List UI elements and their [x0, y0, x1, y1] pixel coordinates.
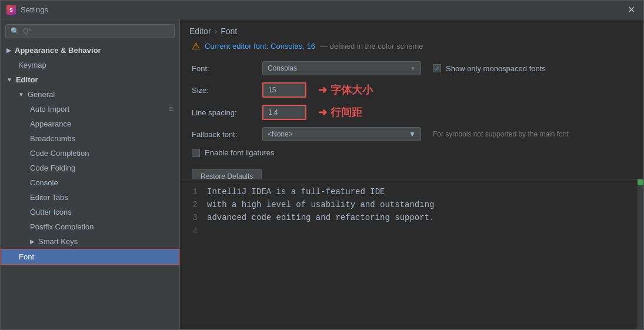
search-box[interactable]: 🔍 [5, 24, 175, 38]
linespacing-input[interactable] [262, 105, 306, 120]
sidebar-item-label: Smart Keys [38, 237, 78, 246]
code-text: IntelliJ IDEA is a full-featured IDE [207, 187, 385, 196]
line-number: 3 [186, 211, 198, 224]
warning-icon: ⚠ [192, 41, 200, 52]
arrow-right-icon: ➜ [318, 106, 327, 119]
titlebar: S Settings ✕ [1, 1, 643, 19]
size-annotation: ➜ 字体大小 [318, 83, 373, 97]
main-content: 🔍 ▶ Appearance & Behavior Keymap ▼ Edito… [1, 19, 643, 329]
breadcrumb-separator: › [215, 26, 218, 36]
sidebar-item-label: Editor Tabs [30, 193, 68, 202]
window-title: Settings [21, 5, 625, 14]
sidebar-item-keymap[interactable]: Keymap [1, 58, 179, 72]
code-text: with a high level of usability and outst… [207, 200, 434, 209]
preview-line-1: 1IntelliJ IDEA is a full-featured IDE [186, 185, 643, 198]
linespacing-annotation-text: 行间距 [331, 105, 362, 119]
fallback-hint: For symbols not supported by the main fo… [433, 130, 569, 138]
sidebar-item-label: Postfix Completion [30, 222, 94, 231]
line-number: 1 [186, 185, 198, 198]
warning-muted: — defined in the color scheme [320, 42, 423, 51]
size-row: Size: ➜ 字体大小 [192, 82, 632, 98]
fallback-label: Fallback font: [192, 130, 256, 139]
expand-icon: ▼ [18, 91, 24, 98]
sidebar-item-smart-keys[interactable]: ▶ Smart Keys [1, 234, 179, 249]
ligatures-checkbox[interactable] [192, 149, 200, 157]
expand-icon: ▼ [6, 76, 12, 83]
sidebar: 🔍 ▶ Appearance & Behavior Keymap ▼ Edito… [1, 19, 180, 329]
sidebar-item-appearance-behavior[interactable]: ▶ Appearance & Behavior [1, 43, 179, 58]
linespacing-row: Line spacing: ➜ 行间距 [192, 105, 632, 120]
close-button[interactable]: ✕ [625, 4, 638, 16]
font-label: Font: [192, 64, 256, 73]
monospaced-checkbox-row: ✓ Show only monospaced fonts [433, 64, 546, 73]
fallback-row: Fallback font: <None> ▼ For symbols not … [192, 127, 632, 141]
line-number: 4 [186, 225, 198, 238]
settings-window: S Settings ✕ 🔍 ▶ Appearance & Behavior K… [0, 0, 644, 330]
sidebar-item-label: Font [19, 252, 34, 261]
expand-icon: ▶ [30, 238, 35, 245]
breadcrumb-parent: Editor [189, 26, 211, 36]
sidebar-item-label: Code Completion [30, 149, 89, 158]
warning-banner: ⚠ Current editor font: Consolas, 16 — de… [192, 41, 632, 52]
sidebar-item-appearance[interactable]: Appearance [1, 116, 179, 131]
font-dropdown[interactable]: Consolas ▼ [262, 61, 421, 75]
fallback-dropdown-value: <None> [268, 130, 293, 138]
breadcrumb-current: Font [221, 26, 237, 36]
ligatures-label: Enable font ligatures [205, 148, 275, 157]
ligatures-row: Enable font ligatures [192, 148, 632, 157]
sidebar-item-label: General [28, 90, 55, 99]
app-icon-letter: S [9, 7, 13, 13]
settings-panel: ⚠ Current editor font: Consolas, 16 — de… [180, 41, 643, 179]
sidebar-item-label: Appearance [30, 119, 71, 128]
search-icon: 🔍 [11, 27, 19, 35]
dropdown-arrow-icon: ▼ [410, 65, 416, 72]
expand-icon: ▶ [6, 47, 11, 54]
size-label: Size: [192, 86, 256, 95]
fallback-dropdown[interactable]: <None> ▼ [262, 127, 421, 141]
sidebar-item-label: Breadcrumbs [30, 134, 75, 143]
sidebar-item-editor-tabs[interactable]: Editor Tabs [1, 190, 179, 205]
sidebar-item-gutter-icons[interactable]: Gutter Icons [1, 205, 179, 219]
sidebar-item-label: Keymap [18, 61, 46, 69]
line-number: 2 [186, 198, 198, 211]
sidebar-item-label: Auto Import [30, 105, 69, 114]
sidebar-item-label: Editor [16, 75, 38, 84]
search-input[interactable] [23, 27, 169, 35]
monospaced-label: Show only monospaced fonts [446, 64, 546, 73]
preview-lines: 1IntelliJ IDEA is a full-featured IDE 2w… [180, 185, 643, 238]
linespacing-label: Line spacing: [192, 108, 256, 117]
sidebar-item-label: Console [30, 178, 58, 187]
sidebar-item-auto-import[interactable]: Auto Import ⧉ [1, 102, 179, 116]
sidebar-item-font[interactable]: Font [1, 249, 179, 265]
copy-icon: ⧉ [169, 105, 173, 113]
size-annotation-text: 字体大小 [331, 83, 373, 97]
sidebar-item-code-completion[interactable]: Code Completion [1, 146, 179, 161]
arrow-right-icon: ➜ [318, 84, 327, 96]
breadcrumb: Editor › Font [180, 19, 643, 41]
dropdown-arrow-icon: ▼ [409, 130, 416, 138]
preview-line-2: 2with a high level of usability and outs… [186, 198, 643, 211]
linespacing-annotation: ➜ 行间距 [318, 105, 362, 119]
main-panel: Editor › Font ⚠ Current editor font: Con… [180, 19, 643, 329]
sidebar-item-label: Appearance & Behavior [15, 46, 101, 55]
sidebar-item-editor[interactable]: ▼ Editor [1, 72, 179, 87]
font-dropdown-value: Consolas [268, 64, 297, 72]
scroll-marker [638, 179, 643, 185]
sidebar-item-code-folding[interactable]: Code Folding [1, 161, 179, 175]
sidebar-item-label: Code Folding [30, 164, 75, 172]
sidebar-item-label: Gutter Icons [30, 208, 72, 216]
app-icon: S [6, 5, 16, 15]
sidebar-item-postfix-completion[interactable]: Postfix Completion [1, 219, 179, 234]
size-input[interactable] [262, 82, 306, 98]
preview-line-3: 3advanced code editing and refactoring s… [186, 211, 643, 224]
sidebar-item-console[interactable]: Console [1, 175, 179, 190]
code-preview: 1IntelliJ IDEA is a full-featured IDE 2w… [180, 179, 643, 330]
sidebar-item-breadcrumbs[interactable]: Breadcrumbs [1, 131, 179, 146]
font-row: Font: Consolas ▼ ✓ Show only monospaced … [192, 61, 632, 75]
monospaced-checkbox[interactable]: ✓ [433, 64, 441, 72]
scrollbar[interactable] [638, 179, 643, 329]
warning-highlight: Current editor font: Consolas, 16 [205, 42, 315, 51]
restore-defaults-button[interactable]: Restore Defaults [192, 169, 262, 179]
sidebar-item-general[interactable]: ▼ General [1, 87, 179, 102]
preview-line-4: 4 [186, 225, 643, 238]
